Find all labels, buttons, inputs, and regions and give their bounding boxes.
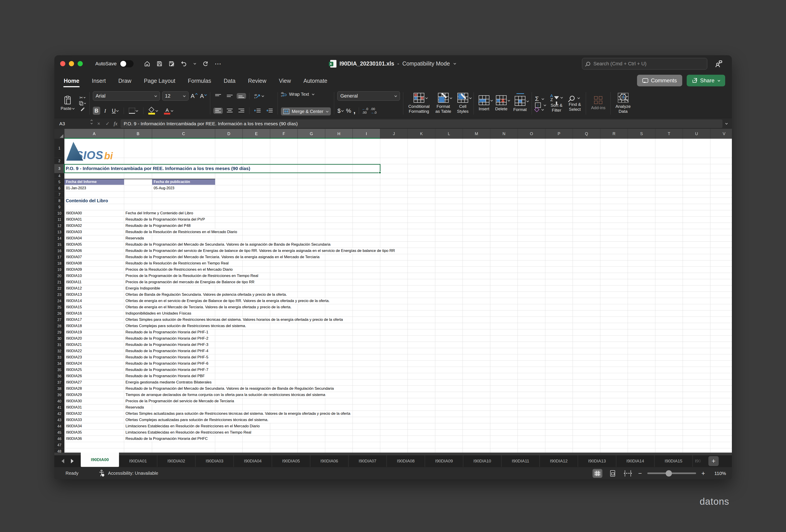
cell-K9[interactable] [408,204,435,210]
cell-R38[interactable] [600,386,628,392]
column-header-A[interactable]: A [64,129,124,139]
ribbon-tab-draw[interactable]: Draw [118,74,132,87]
cell-U26[interactable] [683,310,710,317]
cell-U10[interactable] [683,210,710,216]
cell-F41[interactable] [270,404,298,411]
cell-N48[interactable] [490,448,518,453]
percent-format-button[interactable]: % [346,108,351,114]
cell-N38[interactable] [490,386,518,392]
cell-Q22[interactable] [573,285,600,292]
cell-O42[interactable] [518,411,545,417]
cell-L39[interactable] [435,392,463,398]
cell-T12[interactable] [655,223,683,229]
cell-I22[interactable] [353,285,380,292]
cell-M28[interactable] [463,323,490,329]
cell-T25[interactable] [655,304,683,310]
cell-E35[interactable] [243,367,270,373]
cell-U39[interactable] [683,392,710,398]
cell-K38[interactable] [408,386,435,392]
cell-E4[interactable] [243,173,270,179]
cell-E13[interactable] [243,229,270,235]
cell-D2[interactable] [215,158,243,164]
cell-D30[interactable] [215,336,243,342]
cell-F20[interactable] [270,273,298,279]
row-header-10[interactable]: 10 [54,210,64,216]
cell-R48[interactable] [600,448,628,453]
row-header-27[interactable]: 27 [54,317,64,323]
cell-E34[interactable] [243,361,270,367]
cell-N3[interactable] [490,164,518,173]
column-header-P[interactable]: P [545,129,573,139]
cell-O36[interactable] [518,373,545,379]
save-icon[interactable] [156,61,163,67]
cell-G9[interactable] [298,204,325,210]
cell-N23[interactable] [490,292,518,298]
cell-P39[interactable] [545,392,573,398]
cell-N19[interactable] [490,267,518,273]
cell-G44[interactable] [298,423,325,429]
cell-K46[interactable] [408,436,435,442]
cell-P33[interactable] [545,354,573,361]
cell-A48[interactable] [64,448,124,453]
cell-F4[interactable] [270,173,298,179]
column-header-G[interactable]: G [298,129,325,139]
cell-G8[interactable] [298,198,325,204]
cell-V18[interactable] [710,260,732,267]
cell-R7[interactable] [600,191,628,198]
cell-G4[interactable] [298,173,325,179]
zoom-slider-thumb[interactable] [666,470,672,477]
cell-S28[interactable] [628,323,655,329]
cell-J4[interactable] [380,173,408,179]
cell-L8[interactable] [435,198,463,204]
cell-R16[interactable] [600,248,628,254]
cell-T27[interactable] [655,317,683,323]
cell-T28[interactable] [655,323,683,329]
cell-H13[interactable] [325,229,353,235]
cell-J34[interactable] [380,361,408,367]
cell-I10[interactable] [353,210,380,216]
cell-V17[interactable] [710,254,732,260]
row-header-39[interactable]: 39 [54,392,64,398]
cell-A7[interactable] [64,191,124,198]
cell-R4[interactable] [600,173,628,179]
cell-R19[interactable] [600,267,628,273]
cell-L10[interactable] [435,210,463,216]
cell-N16[interactable] [490,248,518,254]
cell-R42[interactable] [600,411,628,417]
cell-O30[interactable] [518,336,545,342]
cell-Q45[interactable] [573,430,600,436]
cell-O25[interactable] [518,304,545,310]
cell-V29[interactable] [710,329,732,336]
cell-H17[interactable] [325,254,353,260]
next-sheet-arrow-icon[interactable] [71,459,74,463]
ribbon-tab-formulas[interactable]: Formulas [187,74,212,87]
cell-T26[interactable] [655,310,683,317]
cell-J14[interactable] [380,235,408,241]
cell-C1[interactable] [152,139,215,158]
cell-N41[interactable] [490,404,518,411]
cell-M11[interactable] [463,216,490,223]
cell-O38[interactable] [518,386,545,392]
cell-I11[interactable] [353,216,380,223]
row-header-3[interactable]: 3 [54,164,64,173]
cell-V30[interactable] [710,336,732,342]
formula-bar-expand-button[interactable] [722,122,730,125]
cell-S34[interactable] [628,361,655,367]
row-header-36[interactable]: 36 [54,373,64,379]
cell-S23[interactable] [628,292,655,298]
cell-L25[interactable] [435,304,463,310]
row-header-1[interactable]: 1 [54,139,64,158]
cell-Q27[interactable] [573,317,600,323]
row-header-22[interactable]: 22 [54,285,64,292]
cell-N39[interactable] [490,392,518,398]
cell-K8[interactable] [408,198,435,204]
cell-H22[interactable] [325,285,353,292]
cell-L48[interactable] [435,448,463,453]
cell-Q41[interactable] [573,404,600,411]
cell-R1[interactable] [600,139,628,158]
cell-N32[interactable] [490,348,518,354]
align-bottom-button[interactable] [237,93,246,99]
cell-S22[interactable] [628,285,655,292]
cell-G29[interactable] [298,329,325,336]
cell-V32[interactable] [710,348,732,354]
